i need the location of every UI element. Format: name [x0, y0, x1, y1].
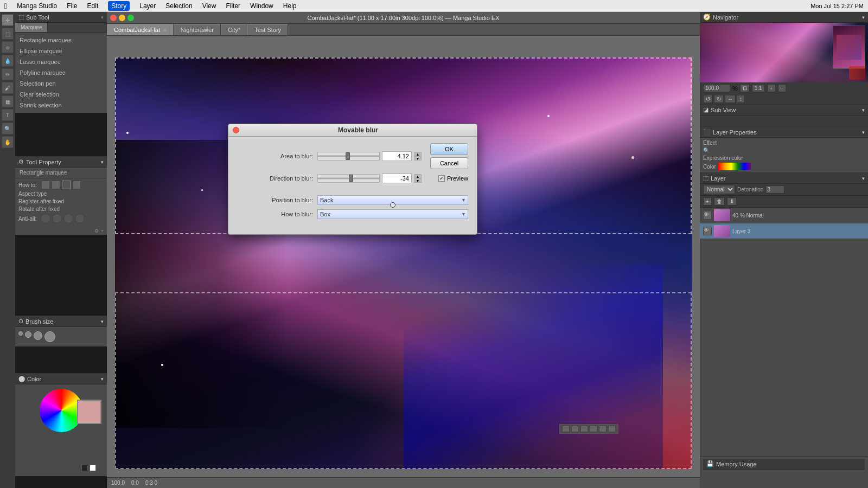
tab-combatjacksflat[interactable]: CombatJacksFlat× — [107, 24, 174, 35]
tool-property-btn-1[interactable]: ⚙ — [94, 228, 99, 234]
float-btn-5[interactable] — [599, 426, 607, 432]
brush-size-collapse[interactable]: ▾ — [101, 319, 104, 324]
merge-layer-btn[interactable]: ⬇ — [727, 197, 737, 206]
navigator-zoom-1to1[interactable]: 1:1 — [752, 84, 765, 92]
menu-story[interactable]: Story — [108, 1, 130, 11]
layer-collapse[interactable]: ▾ — [862, 176, 865, 181]
nav-rotate-left[interactable]: ↺ — [703, 95, 713, 103]
menu-file[interactable]: File — [67, 2, 77, 10]
sub-tool-rectangle-marquee[interactable]: Rectangle marquee — [15, 35, 107, 46]
preview-checkbox[interactable]: ✓ — [438, 175, 445, 182]
menu-edit[interactable]: Edit — [87, 2, 99, 10]
tool-pen[interactable]: ✏ — [2, 68, 14, 80]
tool-eyedrop[interactable]: 💧 — [2, 55, 14, 67]
sub-tool-lasso-marquee[interactable]: Lasso marquee — [15, 56, 107, 67]
menu-view[interactable]: View — [202, 2, 216, 10]
cancel-button[interactable]: Cancel — [430, 157, 468, 169]
color-white[interactable] — [90, 465, 96, 471]
layer-item-3[interactable]: 👁 Layer 3 — [700, 223, 868, 239]
navigator-preview[interactable] — [700, 23, 868, 82]
layer-item-normal[interactable]: 👁 40 % Normal — [700, 208, 868, 223]
color-wheel[interactable] — [40, 389, 83, 432]
how-to-blur-select[interactable]: Box Gaussian Motion — [317, 209, 468, 219]
nav-flip-v[interactable]: ↕ — [737, 95, 745, 103]
layer-properties-collapse[interactable]: ▾ — [862, 130, 865, 135]
how-to-option-2[interactable] — [52, 181, 60, 189]
window-close[interactable] — [110, 15, 117, 21]
menu-selection[interactable]: Selection — [165, 2, 192, 10]
color-collapse[interactable]: ▾ — [101, 376, 104, 382]
sub-tool-ellipse-marquee[interactable]: Ellipse marquee — [15, 46, 107, 56]
direction-to-blur-value[interactable] — [382, 174, 412, 183]
new-layer-btn[interactable]: + — [703, 197, 712, 206]
tool-hand[interactable]: ✋ — [2, 136, 14, 148]
tool-lasso[interactable]: ⌾ — [2, 41, 14, 53]
opacity-input[interactable] — [765, 185, 784, 194]
sub-tool-collapse[interactable]: ▾ — [101, 15, 104, 20]
area-to-blur-down[interactable]: ▼ — [414, 156, 422, 160]
brush-size-small[interactable] — [18, 331, 23, 336]
tool-text[interactable]: T — [2, 109, 14, 121]
float-btn-2[interactable] — [571, 426, 579, 432]
direction-to-blur-slider[interactable] — [317, 174, 380, 183]
float-btn-3[interactable] — [580, 426, 588, 432]
nav-flip-h[interactable]: ↔ — [725, 95, 736, 103]
ok-button[interactable]: OK — [430, 143, 468, 155]
layer-visibility-1[interactable]: 👁 — [703, 211, 712, 220]
color-bar[interactable] — [718, 163, 751, 170]
brush-size-medium[interactable] — [25, 331, 31, 338]
dialog-close-btn[interactable] — [233, 127, 239, 133]
tool-brush[interactable]: 🖌 — [2, 82, 14, 94]
float-btn-1[interactable] — [562, 426, 570, 432]
area-to-blur-value[interactable] — [382, 151, 412, 161]
tool-select[interactable]: ⬚ — [2, 28, 14, 40]
tool-zoom[interactable]: 🔍 — [2, 123, 14, 134]
how-to-option-1[interactable] — [41, 181, 50, 189]
tab-test-story[interactable]: Test Story — [247, 24, 288, 35]
menu-help[interactable]: Help — [283, 2, 297, 10]
tool-move[interactable]: ✛ — [2, 14, 14, 26]
navigator-zoom-fit[interactable]: ⊡ — [740, 84, 750, 92]
menu-window[interactable]: Window — [250, 2, 273, 10]
window-minimize[interactable] — [119, 15, 125, 21]
menu-layer[interactable]: Layer — [139, 2, 156, 10]
area-to-blur-slider[interactable] — [317, 152, 380, 160]
navigator-zoom-input[interactable] — [703, 84, 730, 92]
tool-property-collapse[interactable]: ▾ — [101, 159, 104, 165]
preview-checkbox-wrap[interactable]: ✓ Preview — [438, 175, 468, 182]
tab-nightcrawler[interactable]: Nightcrawler — [174, 24, 221, 35]
sub-tool-polyline-marquee[interactable]: Polyline marquee — [15, 67, 107, 78]
anti-circle-1[interactable] — [41, 214, 50, 223]
brush-size-large[interactable] — [34, 331, 42, 340]
direction-to-blur-thumb[interactable] — [349, 175, 353, 182]
color-swatch-primary[interactable] — [77, 400, 101, 424]
delete-layer-btn[interactable]: 🗑 — [714, 197, 725, 206]
float-btn-6[interactable] — [608, 426, 616, 432]
area-to-blur-thumb[interactable] — [346, 152, 350, 160]
brush-size-xlarge[interactable] — [44, 331, 55, 342]
blend-mode-select[interactable]: Normal — [703, 185, 735, 194]
tool-property-btn-2[interactable]: + — [101, 228, 104, 234]
area-to-blur-up[interactable]: ▲ — [414, 152, 422, 156]
anti-circle-2[interactable] — [52, 214, 62, 223]
direction-to-blur-up[interactable]: ▲ — [414, 174, 422, 178]
anti-circle-4[interactable] — [75, 214, 85, 223]
navigator-zoom-in[interactable]: + — [767, 84, 776, 92]
subview-collapse[interactable]: ▾ — [862, 107, 865, 113]
how-to-option-4[interactable] — [72, 181, 81, 189]
navigator-collapse[interactable]: ▾ — [862, 15, 865, 20]
menu-manga-studio[interactable]: Manga Studio — [17, 2, 57, 10]
how-to-option-3[interactable] — [62, 181, 71, 189]
sub-tool-selection-pen[interactable]: Selection pen — [15, 78, 107, 89]
tool-fill[interactable]: ▦ — [2, 95, 14, 107]
tab-city[interactable]: City* — [221, 24, 247, 35]
sub-tool-clear-selection[interactable]: Clear selection — [15, 89, 107, 100]
nav-rotate-right[interactable]: ↻ — [714, 95, 724, 103]
window-maximize[interactable] — [127, 15, 134, 21]
sub-tool-shrink-selection[interactable]: Shrink selection — [15, 100, 107, 111]
layer-visibility-2[interactable]: 👁 — [703, 227, 712, 235]
navigator-zoom-out[interactable]: − — [778, 84, 787, 92]
menu-filter[interactable]: Filter — [226, 2, 240, 10]
color-black[interactable] — [81, 465, 88, 471]
position-to-blur-select[interactable]: Back Forward Center — [317, 195, 468, 205]
